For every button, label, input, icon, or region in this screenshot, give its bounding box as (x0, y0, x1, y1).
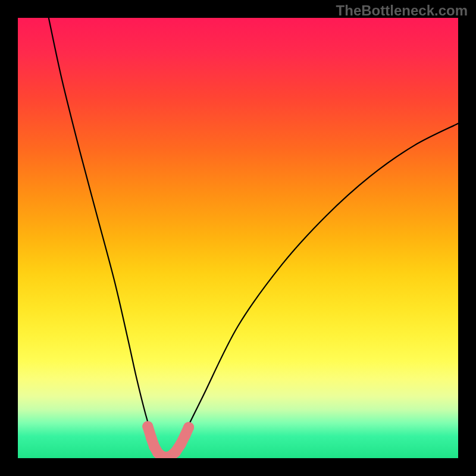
highlight-markers (142, 421, 194, 458)
highlight-marker (142, 421, 153, 432)
highlight-marker (183, 422, 194, 433)
chart-frame: TheBottleneck.com (0, 0, 476, 476)
bottleneck-curve (49, 18, 458, 458)
plot-clip (18, 18, 458, 458)
curve-layer (18, 18, 458, 458)
watermark-text: TheBottleneck.com (336, 2, 468, 19)
plot-area (18, 18, 458, 458)
